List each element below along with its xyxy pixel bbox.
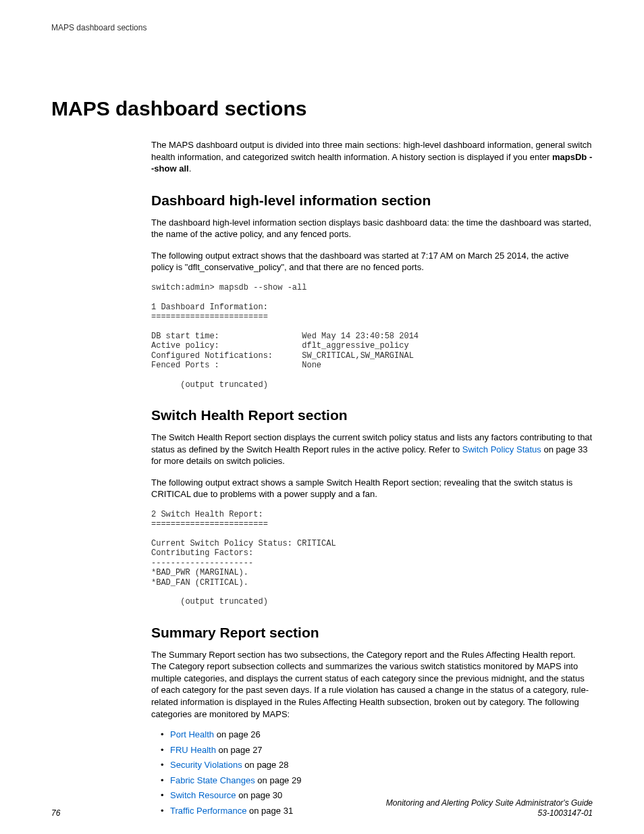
sec2-p1: The Switch Health Report section display… xyxy=(151,432,593,467)
page-container: MAPS dashboard sections MAPS dashboard s… xyxy=(0,0,644,834)
link-security-violations[interactable]: Security Violations xyxy=(170,760,242,770)
list-item: Port Health on page 26 xyxy=(151,729,593,740)
list-item-rest: on page 29 xyxy=(255,775,302,785)
list-item: FRU Health on page 27 xyxy=(151,745,593,756)
list-item-rest: on page 26 xyxy=(214,729,261,739)
footer-doc-number: 53-1003147-01 xyxy=(386,808,593,818)
body-content: The MAPS dashboard output is divided int… xyxy=(151,139,593,816)
running-header: MAPS dashboard sections xyxy=(51,23,593,32)
intro-paragraph: The MAPS dashboard output is divided int… xyxy=(151,139,593,175)
list-item: Security Violations on page 28 xyxy=(151,760,593,771)
sec1-code: switch:admin> mapsdb --show -all 1 Dashb… xyxy=(151,283,593,390)
footer-guide-title: Monitoring and Alerting Policy Suite Adm… xyxy=(386,798,593,808)
link-fru-health[interactable]: FRU Health xyxy=(170,745,216,755)
sec2-code: 2 Switch Health Report: ================… xyxy=(151,510,593,607)
intro-text-c: . xyxy=(189,163,192,174)
link-fabric-state-changes[interactable]: Fabric State Changes xyxy=(170,775,255,785)
link-switch-policy-status[interactable]: Switch Policy Status xyxy=(462,444,541,454)
section-heading-switchhealth: Switch Health Report section xyxy=(151,407,593,423)
sec1-p2: The following output extract shows that … xyxy=(151,250,593,273)
footer: 76 Monitoring and Alerting Policy Suite … xyxy=(51,798,593,818)
section-heading-summary: Summary Report section xyxy=(151,625,593,641)
list-item: Fabric State Changes on page 29 xyxy=(151,775,593,786)
footer-doc-info: Monitoring and Alerting Policy Suite Adm… xyxy=(386,798,593,818)
sec3-p1: The Summary Report section has two subse… xyxy=(151,649,593,720)
section-heading-dashboard: Dashboard high-level information section xyxy=(151,192,593,209)
sec2-p2: The following output extract shows a sam… xyxy=(151,477,593,500)
link-port-health[interactable]: Port Health xyxy=(170,729,214,739)
list-item-rest: on page 27 xyxy=(216,745,263,755)
footer-page-number: 76 xyxy=(51,808,60,818)
intro-text-a: The MAPS dashboard output is divided int… xyxy=(151,140,592,162)
page-title: MAPS dashboard sections xyxy=(51,97,593,120)
sec1-p1: The dashboard high-level information sec… xyxy=(151,217,593,240)
list-item-rest: on page 28 xyxy=(242,760,289,770)
